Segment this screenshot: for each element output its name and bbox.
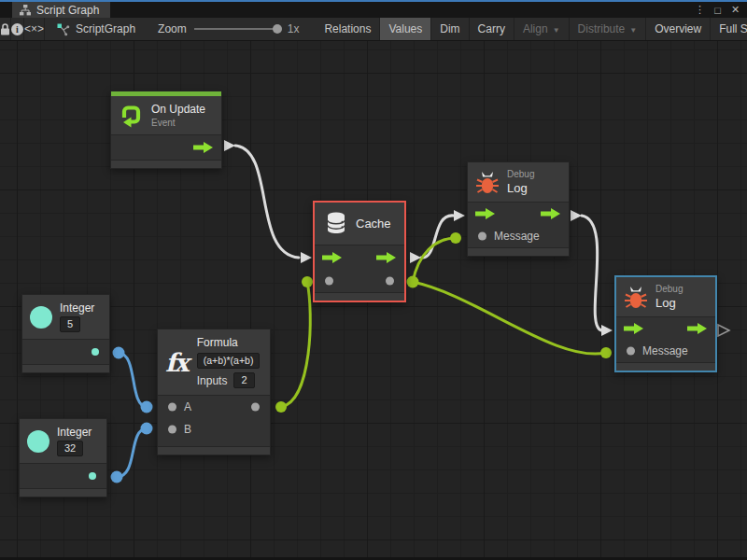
flow-output-port[interactable] xyxy=(541,208,561,220)
node-on-update[interactable]: On Update Event xyxy=(110,91,222,169)
value-port-row: Message xyxy=(468,225,569,247)
node-title: Formula xyxy=(197,336,261,349)
node-header: Debug Log xyxy=(616,277,715,317)
node-integer-1[interactable]: Integer 5 xyxy=(21,294,110,373)
chevron-down-icon: ▼ xyxy=(629,26,637,35)
node-footer xyxy=(20,488,106,497)
message-input-port[interactable] xyxy=(627,347,635,356)
wire-cache-to-debug1 xyxy=(421,216,454,258)
node-formula[interactable]: fx Formula (a+b)*(a+b) Inputs 2 A B xyxy=(157,329,271,455)
wire-end-dot xyxy=(141,401,153,413)
wire-cache-to-debug1-message xyxy=(413,238,456,282)
zoom-control: Zoom 1x xyxy=(158,18,316,40)
node-title: Cache xyxy=(356,217,391,231)
integer-type-icon xyxy=(30,306,52,329)
wire-onupdate-to-cache xyxy=(235,146,299,258)
graph-picker[interactable]: ScriptGraph xyxy=(45,18,148,40)
zoom-value: 1x xyxy=(288,22,307,35)
unconnected-flow-arrowhead xyxy=(718,325,729,336)
wire-debug1-to-debug2 xyxy=(582,216,601,330)
align-label: Align xyxy=(523,22,548,35)
node-title: On Update xyxy=(151,103,205,116)
node-header: Integer 32 xyxy=(20,419,106,464)
tab-script-graph[interactable]: Script Graph xyxy=(12,2,110,18)
script-graph-icon xyxy=(56,22,70,36)
node-footer xyxy=(616,362,715,371)
graph-canvas[interactable]: On Update Event Cache xyxy=(0,41,747,557)
fullscreen-button[interactable]: Full Screen xyxy=(711,18,747,40)
code-preview-button[interactable]: <×> xyxy=(24,18,45,40)
node-cache[interactable]: Cache xyxy=(313,201,406,302)
wire-end-dot xyxy=(113,347,125,359)
wire-formula-to-cache xyxy=(281,282,310,407)
carry-button[interactable]: Carry xyxy=(470,18,514,40)
info-icon: i xyxy=(11,23,23,35)
value-output-port[interactable] xyxy=(89,472,96,480)
wire-cache-to-debug2-message xyxy=(413,282,606,354)
flow-output-port[interactable] xyxy=(376,252,397,264)
bug-icon xyxy=(624,285,648,310)
wire-end-dot xyxy=(302,276,313,287)
value-output-port[interactable] xyxy=(92,348,99,356)
close-icon[interactable]: ✕ xyxy=(727,4,743,16)
align-button[interactable]: Align ▼ xyxy=(514,18,570,40)
formula-expression-field[interactable]: (a+b)*(a+b) xyxy=(197,353,261,369)
value-output-port[interactable] xyxy=(386,277,394,286)
node-integer-2[interactable]: Integer 32 xyxy=(19,418,107,497)
flow-input-port[interactable] xyxy=(322,252,343,264)
flow-port-row xyxy=(111,135,221,160)
flow-arrowhead xyxy=(571,210,582,221)
node-header: Debug Log xyxy=(468,162,569,203)
zoom-label: Zoom xyxy=(158,22,187,35)
flow-output-port[interactable] xyxy=(687,323,708,335)
wire-end-dot xyxy=(407,276,419,288)
input-b-port[interactable] xyxy=(168,426,176,434)
zoom-slider-handle[interactable] xyxy=(273,24,282,34)
integer-value-field[interactable]: 32 xyxy=(57,441,83,456)
overview-button[interactable]: Overview xyxy=(646,18,711,40)
input-a-port[interactable] xyxy=(168,403,176,412)
distribute-label: Distribute xyxy=(578,22,626,35)
lock-button[interactable] xyxy=(0,18,11,40)
tab-title: Script Graph xyxy=(36,4,99,17)
wire-end-dot xyxy=(600,347,612,358)
result-output-port[interactable] xyxy=(251,403,260,412)
value-port-row xyxy=(20,464,106,488)
distribute-button[interactable]: Distribute ▼ xyxy=(570,18,647,40)
wire-integer1-to-formula-a xyxy=(119,353,147,407)
node-debug-log-2[interactable]: Debug Log Message xyxy=(614,275,717,372)
message-input-port[interactable] xyxy=(478,232,486,241)
flow-arrowhead xyxy=(454,210,465,221)
dim-button[interactable]: Dim xyxy=(431,18,469,40)
wire-end-dot xyxy=(111,471,123,483)
flow-input-port[interactable] xyxy=(624,323,644,335)
port-label: A xyxy=(184,400,191,413)
port-label: B xyxy=(184,423,191,436)
node-debug-log-1[interactable]: Debug Log Message xyxy=(467,161,570,257)
code-icon: <×> xyxy=(24,22,44,35)
flow-port-row xyxy=(616,317,715,340)
values-button[interactable]: Values xyxy=(380,18,431,40)
inputs-count-field[interactable]: 2 xyxy=(233,372,254,388)
relations-button[interactable]: Relations xyxy=(316,18,380,40)
port-label: Message xyxy=(494,230,540,243)
node-header: On Update Event xyxy=(111,96,221,135)
flow-output-port[interactable] xyxy=(193,142,214,154)
node-header: Integer 5 xyxy=(22,295,109,340)
wire-end-dot xyxy=(450,232,461,244)
flow-input-port[interactable] xyxy=(475,208,496,220)
window-menu-icon[interactable]: ⋮ xyxy=(692,4,708,16)
zoom-slider[interactable] xyxy=(194,28,280,30)
value-input-port[interactable] xyxy=(325,277,333,286)
value-port-row xyxy=(22,340,109,364)
value-port-row: Message xyxy=(616,340,715,362)
input-a-row: A xyxy=(158,396,270,418)
node-title: Integer xyxy=(60,301,94,315)
integer-value-field[interactable]: 5 xyxy=(60,316,80,332)
info-button[interactable]: i xyxy=(11,18,24,40)
chevron-down-icon: ▼ xyxy=(553,26,560,35)
maximize-icon[interactable]: □ xyxy=(710,5,726,16)
fx-icon: fx xyxy=(165,350,190,375)
node-kind: Debug xyxy=(655,284,683,294)
wire-end-dot xyxy=(141,423,153,435)
